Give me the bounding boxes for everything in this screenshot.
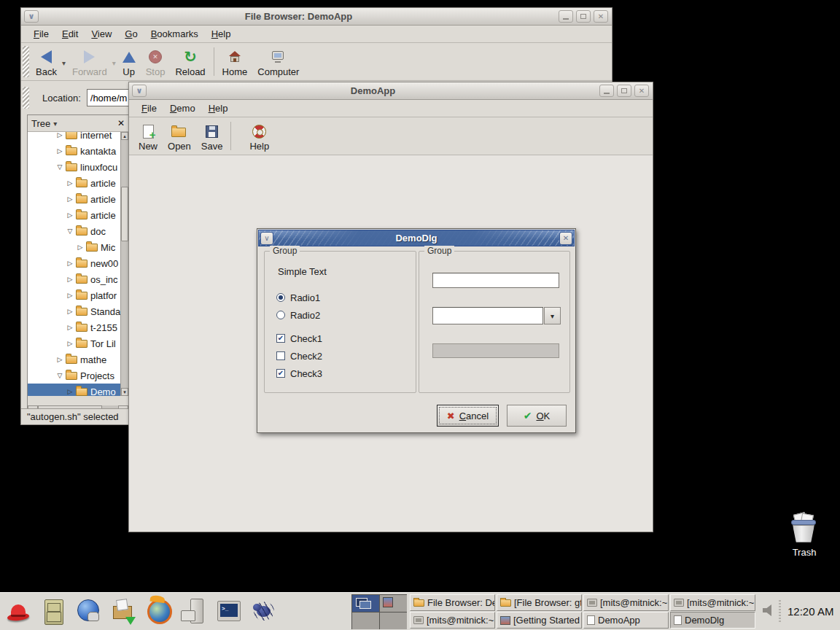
expander-icon[interactable]: ▷: [66, 276, 74, 283]
checkbox-check3[interactable]: ✔ Check3: [276, 366, 322, 381]
tree-item[interactable]: ▷ platfor: [28, 287, 120, 303]
workspace-switcher[interactable]: [351, 594, 407, 629]
reload-button[interactable]: ↻ Reload: [170, 43, 210, 80]
cancel-button[interactable]: ✖ Cancel: [437, 405, 499, 427]
web-browser-icon[interactable]: [74, 597, 102, 626]
tree-item[interactable]: ▽ linuxfocu: [28, 159, 120, 175]
new-button[interactable]: New: [133, 117, 163, 155]
workspace-4[interactable]: [380, 612, 407, 629]
expander-icon[interactable]: ▷: [66, 179, 74, 187]
close-button[interactable]: ✕: [594, 10, 608, 23]
hardware-browser-icon[interactable]: [179, 597, 207, 626]
expander-icon[interactable]: ▷: [76, 244, 85, 251]
menu-help[interactable]: Help: [205, 27, 238, 41]
expander-icon[interactable]: ▷: [66, 260, 74, 267]
tree-item[interactable]: ▷ t-2155: [28, 319, 120, 335]
main-menu-icon[interactable]: [4, 597, 32, 626]
workspace-3[interactable]: [352, 612, 379, 629]
vertical-scroll-thumb[interactable]: [121, 187, 128, 241]
chevron-down-icon[interactable]: ▾: [53, 120, 57, 128]
file-manager-icon[interactable]: [39, 597, 67, 626]
expander-icon[interactable]: ▷: [66, 324, 74, 331]
expander-icon[interactable]: ▷: [66, 308, 74, 315]
tree-item[interactable]: ▷ article: [28, 207, 120, 223]
scroll-up-button[interactable]: ▴: [121, 132, 128, 140]
expander-icon[interactable]: ▷: [66, 340, 74, 347]
tree-item-selected[interactable]: ▷ Demo: [28, 384, 120, 396]
expander-icon[interactable]: ▷: [66, 211, 74, 219]
demoapp-titlebar[interactable]: ∨ DemoApp ✕: [129, 82, 653, 100]
expander-icon[interactable]: ▽: [55, 163, 64, 171]
bug-reporter-icon[interactable]: [249, 597, 277, 626]
tree-item[interactable]: ▷ mathe: [28, 351, 120, 368]
back-dropdown[interactable]: ▾: [62, 59, 66, 67]
scroll-down-button[interactable]: ▾: [121, 388, 128, 396]
clock[interactable]: 12:20 AM: [788, 593, 833, 630]
expander-icon[interactable]: ▷: [55, 147, 64, 155]
tree-item[interactable]: ▽ doc: [28, 223, 120, 239]
expander-icon[interactable]: ▷: [55, 132, 64, 139]
menu-file[interactable]: File: [135, 101, 163, 115]
menu-demo[interactable]: Demo: [163, 101, 202, 115]
forward-dropdown[interactable]: ▾: [112, 59, 116, 67]
radio-radio1[interactable]: Radio1: [276, 290, 320, 305]
menu-help[interactable]: Help: [202, 101, 235, 115]
window-menu-button[interactable]: ∨: [24, 10, 39, 23]
task-button[interactable]: [File Browser: gt: [497, 594, 582, 611]
tree-item[interactable]: ▷ Tor Lil: [28, 335, 120, 351]
expander-icon[interactable]: ▷: [66, 292, 74, 299]
terminal-icon[interactable]: [214, 597, 242, 626]
maximize-button[interactable]: [576, 10, 591, 23]
task-button[interactable]: [mits@mitnick:~: [670, 594, 755, 611]
tree-item[interactable]: ▷ article: [28, 175, 120, 191]
tree-item[interactable]: ▷ os_inc: [28, 271, 120, 287]
volume-control[interactable]: [763, 604, 774, 616]
up-button[interactable]: Up: [117, 43, 141, 80]
open-button[interactable]: Open: [163, 117, 196, 155]
side-pane-close-button[interactable]: ✕: [117, 118, 125, 128]
close-button[interactable]: ✕: [559, 232, 572, 245]
toolbar-drag-handle[interactable]: [23, 46, 29, 77]
task-button[interactable]: [Getting Started: [497, 612, 582, 629]
combo-value[interactable]: [432, 307, 543, 324]
tree-item[interactable]: ▷ article: [28, 191, 120, 207]
tree-item[interactable]: ▷ Mic: [28, 239, 120, 255]
back-button[interactable]: Back: [31, 43, 62, 80]
text-input[interactable]: [432, 273, 559, 288]
workspace-2[interactable]: [380, 595, 407, 612]
expander-icon[interactable]: ▷: [55, 356, 64, 363]
window-menu-button[interactable]: ∨: [132, 85, 147, 97]
desktop-icon-trash[interactable]: Trash: [782, 513, 827, 558]
mozilla-browser-icon[interactable]: [144, 597, 172, 626]
package-manager-icon[interactable]: [109, 597, 137, 626]
ok-button[interactable]: ✔ OK: [507, 405, 567, 427]
minimize-button[interactable]: [559, 10, 573, 23]
expander-icon[interactable]: ▷: [66, 388, 74, 395]
expander-icon[interactable]: ▽: [55, 372, 64, 379]
computer-button[interactable]: Computer: [252, 43, 304, 80]
help-button[interactable]: Help: [244, 117, 274, 155]
tree-vertical-scrollbar[interactable]: ▴ ▾: [120, 132, 128, 396]
expander-icon[interactable]: ▽: [66, 228, 74, 235]
demodlg-titlebar[interactable]: ∨ DemoDlg ✕: [258, 230, 575, 246]
file-browser-titlebar[interactable]: ∨ File Browser: DemoApp ✕: [21, 8, 612, 26]
task-button-active[interactable]: DemoDlg: [670, 612, 755, 629]
window-menu-button[interactable]: ∨: [260, 232, 273, 245]
task-button[interactable]: DemoApp: [583, 612, 669, 629]
home-button[interactable]: Home: [217, 43, 253, 80]
menu-bookmarks[interactable]: Bookmarks: [144, 27, 205, 41]
stop-button[interactable]: ✕ Stop: [141, 43, 171, 80]
checkbox-check1[interactable]: ✔ Check1: [276, 331, 322, 346]
tree-item[interactable]: ▷ internet: [28, 132, 120, 143]
tree-item[interactable]: ▷ new00: [28, 255, 120, 271]
location-drag-handle[interactable]: [23, 87, 29, 109]
menu-file[interactable]: File: [27, 27, 55, 41]
task-button[interactable]: [mits@mitnick:~: [410, 612, 495, 629]
menu-view[interactable]: View: [85, 27, 118, 41]
side-pane-title[interactable]: Tree: [31, 118, 50, 129]
tree-item[interactable]: ▽ Projects: [28, 368, 120, 384]
save-button[interactable]: Save: [196, 117, 228, 155]
menu-go[interactable]: Go: [118, 27, 144, 41]
combo-dropdown-button[interactable]: ▾: [544, 307, 561, 324]
tree-item[interactable]: ▷ Standa: [28, 303, 120, 319]
